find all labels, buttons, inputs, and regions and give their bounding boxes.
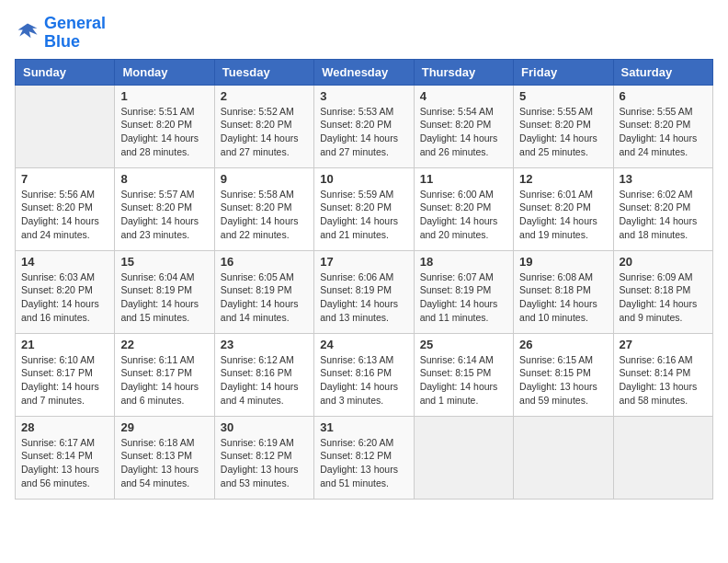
day-number: 2 <box>221 89 308 103</box>
day-number: 1 <box>120 89 208 103</box>
day-info: Sunrise: 5:51 AMSunset: 8:20 PMDaylight:… <box>120 105 208 159</box>
day-info: Sunrise: 6:18 AMSunset: 8:13 PMDaylight:… <box>120 436 208 490</box>
day-info: Sunrise: 5:55 AMSunset: 8:20 PMDaylight:… <box>620 105 707 159</box>
calendar-cell: 6Sunrise: 5:55 AMSunset: 8:20 PMDaylight… <box>613 85 712 167</box>
day-info: Sunrise: 6:15 AMSunset: 8:15 PMDaylight:… <box>519 353 607 408</box>
day-info: Sunrise: 6:10 AMSunset: 8:17 PMDaylight:… <box>21 353 108 408</box>
calendar-cell: 28Sunrise: 6:17 AMSunset: 8:14 PMDayligh… <box>16 416 115 499</box>
calendar-cell: 1Sunrise: 5:51 AMSunset: 8:20 PMDaylight… <box>115 85 214 167</box>
day-number: 23 <box>221 338 308 351</box>
day-number: 19 <box>519 255 607 269</box>
day-number: 30 <box>221 420 308 434</box>
day-info: Sunrise: 6:20 AMSunset: 8:12 PMDaylight:… <box>320 436 407 490</box>
calendar-week-row: 28Sunrise: 6:17 AMSunset: 8:14 PMDayligh… <box>16 416 713 499</box>
weekday-row: SundayMondayTuesdayWednesdayThursdayFrid… <box>16 59 713 85</box>
day-info: Sunrise: 6:03 AMSunset: 8:20 PMDaylight:… <box>21 270 108 325</box>
calendar-cell: 21Sunrise: 6:10 AMSunset: 8:17 PMDayligh… <box>16 333 115 416</box>
calendar-cell: 10Sunrise: 5:59 AMSunset: 8:20 PMDayligh… <box>314 167 414 250</box>
day-number: 4 <box>420 89 507 103</box>
calendar-cell: 15Sunrise: 6:04 AMSunset: 8:19 PMDayligh… <box>115 250 214 333</box>
calendar-header: SundayMondayTuesdayWednesdayThursdayFrid… <box>16 59 713 85</box>
calendar-cell: 30Sunrise: 6:19 AMSunset: 8:12 PMDayligh… <box>214 416 313 499</box>
day-number: 6 <box>620 89 707 103</box>
day-number: 22 <box>120 338 208 351</box>
day-info: Sunrise: 6:14 AMSunset: 8:15 PMDaylight:… <box>420 353 507 408</box>
calendar-cell <box>514 416 613 499</box>
calendar-cell: 24Sunrise: 6:13 AMSunset: 8:16 PMDayligh… <box>314 333 414 416</box>
day-number: 10 <box>320 172 407 186</box>
calendar-cell: 8Sunrise: 5:57 AMSunset: 8:20 PMDaylight… <box>115 167 214 250</box>
calendar-cell: 2Sunrise: 5:52 AMSunset: 8:20 PMDaylight… <box>214 85 313 167</box>
day-info: Sunrise: 5:54 AMSunset: 8:20 PMDaylight:… <box>420 105 507 159</box>
day-info: Sunrise: 6:19 AMSunset: 8:12 PMDaylight:… <box>221 436 308 490</box>
day-number: 15 <box>120 255 208 269</box>
calendar-cell: 16Sunrise: 6:05 AMSunset: 8:19 PMDayligh… <box>214 250 313 333</box>
logo-icon <box>15 20 40 46</box>
calendar-cell: 27Sunrise: 6:16 AMSunset: 8:14 PMDayligh… <box>613 333 712 416</box>
calendar-cell: 17Sunrise: 6:06 AMSunset: 8:19 PMDayligh… <box>314 250 414 333</box>
day-number: 29 <box>120 420 208 434</box>
day-info: Sunrise: 5:52 AMSunset: 8:20 PMDaylight:… <box>221 105 308 159</box>
weekday-header-saturday: Saturday <box>613 59 712 85</box>
day-info: Sunrise: 5:53 AMSunset: 8:20 PMDaylight:… <box>320 105 407 159</box>
calendar-cell: 31Sunrise: 6:20 AMSunset: 8:12 PMDayligh… <box>314 416 414 499</box>
day-info: Sunrise: 5:57 AMSunset: 8:20 PMDaylight:… <box>120 188 208 242</box>
day-info: Sunrise: 5:58 AMSunset: 8:20 PMDaylight:… <box>221 188 308 242</box>
calendar-cell: 13Sunrise: 6:02 AMSunset: 8:20 PMDayligh… <box>613 167 712 250</box>
day-number: 26 <box>519 338 607 351</box>
day-number: 16 <box>221 255 308 269</box>
svg-marker-0 <box>18 23 38 38</box>
day-info: Sunrise: 6:05 AMSunset: 8:19 PMDaylight:… <box>221 270 308 325</box>
calendar-cell: 12Sunrise: 6:01 AMSunset: 8:20 PMDayligh… <box>514 167 613 250</box>
logo-text: General Blue <box>44 15 106 52</box>
weekday-header-friday: Friday <box>514 59 613 85</box>
day-number: 17 <box>320 255 407 269</box>
day-info: Sunrise: 5:56 AMSunset: 8:20 PMDaylight:… <box>21 188 108 242</box>
day-info: Sunrise: 6:07 AMSunset: 8:19 PMDaylight:… <box>420 270 507 325</box>
day-number: 24 <box>320 338 407 351</box>
day-number: 28 <box>21 420 108 434</box>
calendar-cell: 14Sunrise: 6:03 AMSunset: 8:20 PMDayligh… <box>16 250 115 333</box>
day-number: 3 <box>320 89 407 103</box>
calendar-cell: 25Sunrise: 6:14 AMSunset: 8:15 PMDayligh… <box>414 333 513 416</box>
weekday-header-thursday: Thursday <box>414 59 513 85</box>
weekday-header-sunday: Sunday <box>16 59 115 85</box>
day-number: 14 <box>21 255 108 269</box>
day-number: 20 <box>620 255 707 269</box>
day-info: Sunrise: 6:13 AMSunset: 8:16 PMDaylight:… <box>320 353 407 408</box>
day-number: 25 <box>420 338 507 351</box>
day-info: Sunrise: 6:16 AMSunset: 8:14 PMDaylight:… <box>620 353 707 408</box>
calendar-week-row: 7Sunrise: 5:56 AMSunset: 8:20 PMDaylight… <box>16 167 713 250</box>
calendar-cell <box>613 416 712 499</box>
calendar-cell: 22Sunrise: 6:11 AMSunset: 8:17 PMDayligh… <box>115 333 214 416</box>
day-number: 27 <box>620 338 707 351</box>
day-info: Sunrise: 6:17 AMSunset: 8:14 PMDaylight:… <box>21 436 108 490</box>
calendar-cell: 7Sunrise: 5:56 AMSunset: 8:20 PMDaylight… <box>16 167 115 250</box>
calendar-week-row: 14Sunrise: 6:03 AMSunset: 8:20 PMDayligh… <box>16 250 713 333</box>
day-info: Sunrise: 5:55 AMSunset: 8:20 PMDaylight:… <box>519 105 607 159</box>
weekday-header-tuesday: Tuesday <box>214 59 313 85</box>
day-number: 9 <box>221 172 308 186</box>
day-info: Sunrise: 6:06 AMSunset: 8:19 PMDaylight:… <box>320 270 407 325</box>
day-number: 18 <box>420 255 507 269</box>
calendar-cell <box>414 416 513 499</box>
day-info: Sunrise: 5:59 AMSunset: 8:20 PMDaylight:… <box>320 188 407 242</box>
day-info: Sunrise: 6:00 AMSunset: 8:20 PMDaylight:… <box>420 188 507 242</box>
calendar-cell: 18Sunrise: 6:07 AMSunset: 8:19 PMDayligh… <box>414 250 513 333</box>
page-header: General Blue <box>15 15 713 52</box>
calendar-cell: 20Sunrise: 6:09 AMSunset: 8:18 PMDayligh… <box>613 250 712 333</box>
day-info: Sunrise: 6:01 AMSunset: 8:20 PMDaylight:… <box>519 188 607 242</box>
calendar-cell: 3Sunrise: 5:53 AMSunset: 8:20 PMDaylight… <box>314 85 414 167</box>
calendar-cell <box>16 85 115 167</box>
weekday-header-monday: Monday <box>115 59 214 85</box>
day-number: 7 <box>21 172 108 186</box>
day-info: Sunrise: 6:08 AMSunset: 8:18 PMDaylight:… <box>519 270 607 325</box>
day-info: Sunrise: 6:09 AMSunset: 8:18 PMDaylight:… <box>620 270 707 325</box>
calendar-cell: 4Sunrise: 5:54 AMSunset: 8:20 PMDaylight… <box>414 85 513 167</box>
day-number: 11 <box>420 172 507 186</box>
day-number: 12 <box>519 172 607 186</box>
day-info: Sunrise: 6:11 AMSunset: 8:17 PMDaylight:… <box>120 353 208 408</box>
calendar-cell: 11Sunrise: 6:00 AMSunset: 8:20 PMDayligh… <box>414 167 513 250</box>
day-number: 8 <box>120 172 208 186</box>
day-number: 13 <box>620 172 707 186</box>
